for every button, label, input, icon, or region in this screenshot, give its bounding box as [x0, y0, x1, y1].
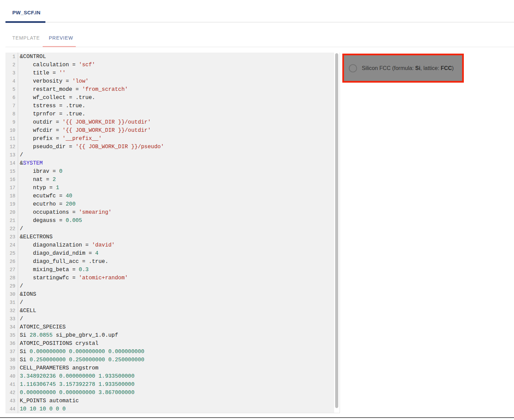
- line-number: 43: [5, 397, 18, 405]
- line-number: 26: [5, 257, 18, 266]
- line-number: 12: [5, 143, 18, 151]
- line-number: 38: [5, 356, 18, 364]
- code-line: 9 outdir = '{{ JOB_WORK_DIR }}/outdir': [5, 118, 334, 126]
- code-text: occupations = 'smearing': [18, 208, 112, 216]
- material-formula: Si: [415, 65, 420, 71]
- material-meta-open: (formula:: [390, 65, 415, 71]
- line-number: 25: [5, 249, 18, 257]
- code-line: 37Si 0.000000000 0.000000000 0.000000000: [5, 348, 334, 356]
- code-lines: 1&CONTROL2 calculation = 'scf'3 title = …: [5, 53, 334, 413]
- line-number: 14: [5, 159, 18, 167]
- code-line: 19 ecutrho = 200: [5, 200, 334, 208]
- code-text: Si 0.250000000 0.250000000 0.250000000: [18, 356, 144, 364]
- code-text: prefix = '__prefix__': [18, 135, 102, 143]
- page: PW_SCF.IN TEMPLATE PREVIEW 1&CONTROL2 ca…: [0, 0, 514, 420]
- code-text: Si 0.000000000 0.000000000 0.000000000: [18, 348, 144, 356]
- code-text: 3.348920236 0.000000000 1.933500000: [18, 372, 134, 380]
- code-text: outdir = '{{ JOB_WORK_DIR }}/outdir': [18, 118, 151, 126]
- line-number: 2: [5, 61, 18, 69]
- tab-template[interactable]: TEMPLATE: [12, 35, 40, 41]
- code-text: ecutwfc = 40: [18, 192, 72, 200]
- code-text: /: [18, 151, 23, 159]
- scrollbar-thumb[interactable]: [335, 53, 338, 408]
- line-number: 11: [5, 135, 18, 143]
- code-line: 38Si 0.250000000 0.250000000 0.250000000: [5, 356, 334, 364]
- code-text: verbosity = 'low': [18, 77, 89, 85]
- code-text: diago_david_ndim = 4: [18, 249, 98, 257]
- radio-button-icon[interactable]: [349, 64, 357, 72]
- line-number: 34: [5, 323, 18, 331]
- line-number: 17: [5, 184, 18, 192]
- line-number: 42: [5, 389, 18, 397]
- code-line: 2 calculation = 'scf': [5, 61, 334, 69]
- line-number: 27: [5, 266, 18, 274]
- code-line: 35Si 28.0855 si_pbe_gbrv_1.0.upf: [5, 331, 334, 339]
- code-text: title = '': [18, 69, 66, 77]
- code-line: 411.116306745 3.157392278 1.933500000: [5, 380, 334, 389]
- code-text: diago_full_acc = .true.: [18, 257, 108, 266]
- line-number: 37: [5, 348, 18, 356]
- code-line: 12 pseudo_dir = '{{ JOB_WORK_DIR }}/pseu…: [5, 143, 334, 151]
- line-number: 19: [5, 200, 18, 208]
- line-number: 28: [5, 274, 18, 282]
- code-text: ibrav = 0: [18, 167, 62, 176]
- scrollbar-track[interactable]: [334, 53, 340, 413]
- line-number: 33: [5, 315, 18, 323]
- code-line: 6 wf_collect = .true.: [5, 94, 334, 102]
- code-text: CELL_PARAMETERS angstrom: [18, 364, 98, 372]
- tab-active-indicator: [43, 46, 76, 47]
- line-number: 1: [5, 53, 18, 61]
- code-text: degauss = 0.005: [18, 216, 82, 225]
- code-text: mixing_beta = 0.3: [18, 266, 89, 274]
- code-text: calculation = 'scf': [18, 61, 95, 69]
- code-line: 26 diago_full_acc = .true.: [5, 257, 334, 266]
- code-text: /: [18, 298, 23, 307]
- material-option-silicon-fcc[interactable]: Silicon FCC (formula: Si, lattice: FCC): [342, 54, 464, 83]
- line-number: 15: [5, 167, 18, 176]
- code-line: 4 verbosity = 'low': [5, 77, 334, 85]
- material-name: Silicon FCC: [362, 65, 390, 71]
- code-line: 17 ntyp = 1: [5, 184, 334, 192]
- file-title: PW_SCF.IN: [12, 10, 41, 15]
- page-bottom-rule: [0, 417, 514, 418]
- code-text: startingwfc = 'atomic+random': [18, 274, 128, 282]
- code-line: 33/: [5, 315, 334, 323]
- line-number: 40: [5, 372, 18, 380]
- tabs-divider: [5, 47, 514, 47]
- code-line: 14&SYSTEM: [5, 159, 334, 167]
- code-text: pseudo_dir = '{{ JOB_WORK_DIR }}/pseudo': [18, 143, 164, 151]
- code-line: 8 tprnfor = .true.: [5, 110, 334, 118]
- code-text: 0.000000000 0.000000000 3.867000000: [18, 389, 134, 397]
- code-text: 1.116306745 3.157392278 1.933500000: [18, 380, 134, 389]
- line-number: 8: [5, 110, 18, 118]
- code-line: 27 mixing_beta = 0.3: [5, 266, 334, 274]
- material-meta-close: ): [452, 65, 454, 71]
- code-preview-panel: 1&CONTROL2 calculation = 'scf'3 title = …: [5, 53, 340, 413]
- code-text: /: [18, 315, 23, 323]
- code-line: 31/: [5, 298, 334, 307]
- material-lattice: FCC: [441, 65, 452, 71]
- code-line: 23&ELECTRONS: [5, 233, 334, 241]
- tab-preview[interactable]: PREVIEW: [49, 35, 73, 41]
- code-line: 43K_POINTS automatic: [5, 397, 334, 405]
- line-number: 18: [5, 192, 18, 200]
- code-text: tstress = .true.: [18, 102, 85, 110]
- line-number: 44: [5, 405, 18, 413]
- line-number: 7: [5, 102, 18, 110]
- code-line: 32&CELL: [5, 307, 334, 315]
- code-line: 36ATOMIC_POSITIONS crystal: [5, 339, 334, 348]
- code-text: wf_collect = .true.: [18, 94, 95, 102]
- code-line: 18 ecutwfc = 40: [5, 192, 334, 200]
- line-number: 24: [5, 241, 18, 249]
- line-number: 13: [5, 151, 18, 159]
- code-line: 20 occupations = 'smearing': [5, 208, 334, 216]
- code-line: 34ATOMIC_SPECIES: [5, 323, 334, 331]
- code-text: /: [18, 282, 23, 290]
- title-divider: [45, 22, 514, 23]
- code-line: 24 diagonalization = 'david': [5, 241, 334, 249]
- line-number: 36: [5, 339, 18, 348]
- title-active-underline: [5, 21, 45, 23]
- code-line: 3 title = '': [5, 69, 334, 77]
- line-number: 6: [5, 94, 18, 102]
- code-line: 10 wfcdir = '{{ JOB_WORK_DIR }}/outdir': [5, 126, 334, 135]
